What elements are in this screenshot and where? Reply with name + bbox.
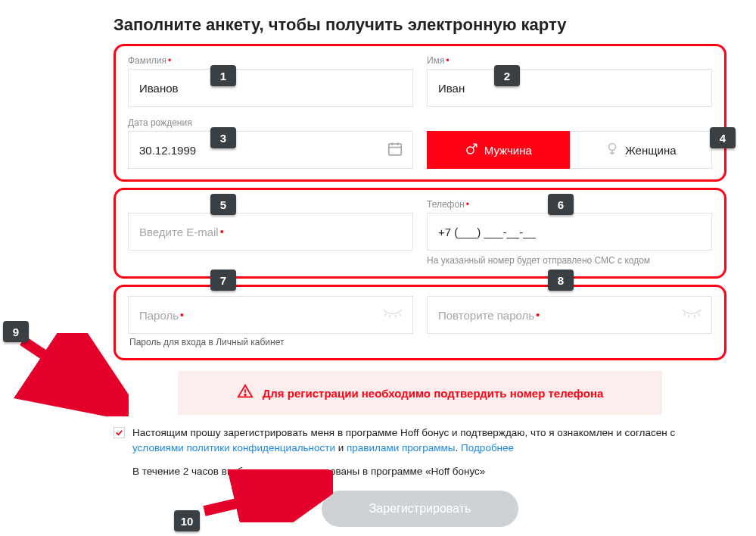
- annotation-marker-2: 2: [494, 65, 520, 86]
- gender-male-button[interactable]: Мужчина: [427, 131, 570, 169]
- lastname-label: Фамилия•: [128, 55, 413, 66]
- dob-label: Дата рождения: [128, 117, 413, 128]
- svg-line-18: [698, 313, 700, 316]
- svg-line-12: [390, 315, 390, 318]
- consent-checkbox[interactable]: [114, 427, 125, 438]
- gender-toggle: Мужчина Женщина: [427, 131, 712, 169]
- svg-line-21: [23, 341, 114, 401]
- firstname-input[interactable]: Иван: [427, 69, 712, 107]
- password-input[interactable]: Пароль•: [128, 296, 413, 334]
- program-rules-link[interactable]: правилами программы: [347, 442, 456, 453]
- gender-female-button[interactable]: Женщина: [570, 131, 713, 169]
- dob-input[interactable]: 30.12.1999: [128, 131, 413, 169]
- annotation-marker-9: 9: [3, 321, 29, 342]
- annotation-marker-7: 7: [210, 270, 236, 291]
- svg-line-11: [385, 313, 387, 316]
- svg-line-22: [204, 485, 318, 511]
- calendar-icon[interactable]: [387, 141, 403, 160]
- group-personal: Фамилия• Иванов Имя• Иван Дата рождения …: [114, 44, 726, 182]
- svg-line-15: [684, 313, 686, 316]
- consent-text: Настоящим прошу зарегистрировать меня в …: [132, 425, 726, 455]
- password-hint: Пароль для входа в Личный кабинет: [128, 337, 712, 347]
- group-password: Пароль• Повторите пароль• Пароль для вхо…: [114, 285, 726, 360]
- female-icon: [605, 142, 619, 158]
- svg-line-16: [689, 315, 689, 318]
- annotation-marker-3: 3: [210, 127, 236, 148]
- eye-closed-icon[interactable]: [382, 307, 403, 323]
- annotation-arrow-10: [197, 469, 333, 522]
- eye-closed-icon[interactable]: [681, 307, 702, 323]
- annotation-marker-4: 4: [710, 127, 736, 148]
- annotation-marker-6: 6: [548, 194, 574, 215]
- lastname-input[interactable]: Иванов: [128, 69, 413, 107]
- alert-text: Для регистрации необходимо подтвердить н…: [263, 387, 604, 400]
- email-input[interactable]: Введите E-mail•: [128, 213, 413, 251]
- alert-box: Для регистрации необходимо подтвердить н…: [178, 371, 662, 415]
- annotation-marker-10: 10: [174, 510, 200, 531]
- firstname-label: Имя•: [427, 55, 712, 66]
- svg-rect-0: [389, 144, 402, 155]
- page-title: Заполните анкету, чтобы получить электро…: [114, 15, 726, 35]
- phone-input[interactable]: +7 (___) ___-__-__: [427, 213, 712, 251]
- password-confirm-input[interactable]: Повторите пароль•: [427, 296, 712, 334]
- male-icon: [465, 142, 478, 158]
- svg-line-17: [695, 315, 695, 318]
- annotation-marker-8: 8: [548, 270, 574, 291]
- annotation-marker-5: 5: [210, 194, 236, 215]
- svg-point-8: [608, 143, 615, 150]
- svg-point-20: [244, 394, 246, 396]
- warning-icon: [237, 383, 254, 403]
- consent-row: Настоящим прошу зарегистрировать меня в …: [114, 425, 726, 455]
- annotation-marker-1: 1: [210, 65, 236, 86]
- phone-hint: На указанный номер будет отправлено СМС …: [427, 255, 712, 266]
- privacy-link[interactable]: условиями политики конфиденциальности: [132, 442, 335, 453]
- annotation-arrow-9: [8, 333, 129, 416]
- form-container: Заполните анкету, чтобы получить электро…: [114, 15, 726, 527]
- svg-line-13: [396, 315, 397, 318]
- group-contact: . Введите E-mail• Телефон• +7 (___) ___-…: [114, 188, 726, 279]
- svg-point-4: [467, 147, 474, 154]
- svg-line-14: [400, 313, 401, 316]
- submit-button[interactable]: Зарегистрировать: [322, 491, 518, 527]
- more-link[interactable]: Подробнее: [461, 442, 514, 453]
